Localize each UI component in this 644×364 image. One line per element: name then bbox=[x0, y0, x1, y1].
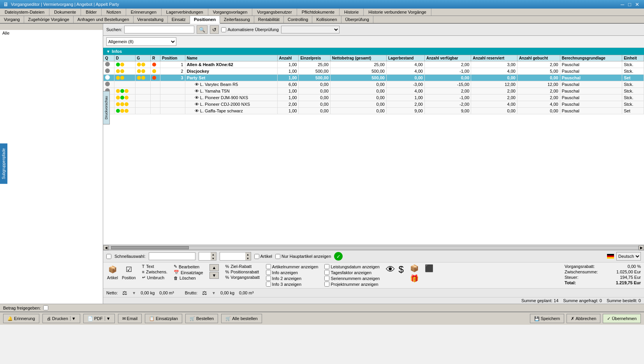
menu-historie[interactable]: Historie bbox=[340, 9, 364, 16]
artikel-checkbox[interactable] bbox=[254, 254, 259, 259]
tab-veranstaltung[interactable]: Veranstaltung bbox=[134, 16, 168, 23]
th-einheit[interactable]: Einheit bbox=[622, 55, 644, 61]
th-berechnung[interactable]: Berechnungsgrundlage bbox=[560, 55, 622, 61]
auto-dropdown[interactable] bbox=[281, 26, 340, 33]
menu-vorgangsbenutzer[interactable]: Vorgangsbenutzer bbox=[252, 9, 297, 16]
tab-vorgang[interactable]: Vorgang bbox=[0, 16, 24, 23]
scroll-right-arrow[interactable]: ▶ bbox=[639, 245, 644, 250]
tab-controlling[interactable]: Controlling bbox=[284, 16, 313, 23]
pdf-dropdown-icon[interactable]: ▼ bbox=[105, 316, 111, 321]
schnell-input[interactable] bbox=[149, 252, 195, 260]
table-row[interactable]: 👁 L. Gaffa-Tape schwarz 1,00 0,00 0,00 9… bbox=[104, 108, 644, 114]
info3-check[interactable]: Info 3 anzeigen bbox=[266, 282, 318, 287]
betrag-checkbox[interactable] bbox=[43, 305, 48, 310]
factor-input[interactable]: 1,00000 bbox=[220, 252, 245, 260]
th-q[interactable]: Q bbox=[104, 55, 114, 61]
schnell-checkbox[interactable] bbox=[106, 254, 111, 259]
cube-icon[interactable]: ⬛ bbox=[425, 264, 433, 273]
menu-notizen[interactable]: Notizen bbox=[102, 9, 126, 16]
maximize-button[interactable]: □ bbox=[626, 2, 633, 7]
ziel-rabatt-item[interactable]: % Ziel-Rabatt bbox=[225, 264, 259, 269]
tab-zugehoerige[interactable]: Zugehörige Vorgänge bbox=[24, 16, 74, 23]
table-row[interactable]: 👁 L. Pioneer CDJ-2000 NXS 2,00 0,00 0,00… bbox=[104, 101, 644, 108]
loeschen-item[interactable]: 🗑 Löschen bbox=[174, 276, 203, 280]
table-scroll[interactable]: Q D G R Position Name Anzahl Einzelpreis… bbox=[103, 55, 644, 148]
table-row[interactable]: 👁 L. Varytec Beam R5 6,00 0,00 0,00 -3,0… bbox=[104, 81, 644, 88]
abbrechen-button[interactable]: ✗ Abbrechen bbox=[567, 314, 600, 323]
th-g[interactable]: G bbox=[135, 55, 150, 61]
table-row[interactable]: 👁 L. Yamaha T5N 1,00 0,00 0,00 4,00 2,00… bbox=[104, 88, 644, 94]
subgruppen-tab[interactable]: Subgruppenpfade bbox=[0, 144, 7, 184]
scrollbar-track[interactable] bbox=[109, 246, 639, 250]
speichern-button[interactable]: 💾 Speichern bbox=[530, 314, 565, 323]
reset-search-button[interactable]: ↺ bbox=[210, 25, 219, 34]
factor-down[interactable]: ▼ bbox=[245, 256, 251, 260]
menu-dokumente[interactable]: Dokumente bbox=[49, 9, 81, 16]
search-button[interactable]: 🔍 bbox=[197, 25, 208, 34]
info2-check[interactable]: Info 2 anzeigen bbox=[266, 276, 318, 281]
einsatztage-item[interactable]: 📅 Einsatztage bbox=[174, 270, 203, 275]
table-row[interactable]: 👁 L. Pioneer DJM-900 NXS 1,00 0,00 0,00 … bbox=[104, 94, 644, 101]
minimize-button[interactable]: ─ bbox=[619, 2, 626, 7]
drucken-button[interactable]: 🖨 Drucken ▼ bbox=[42, 314, 80, 323]
tagesfaktor-check[interactable]: Tagesfaktor anzeigen bbox=[324, 270, 380, 275]
zwischens-item[interactable]: ≡ Zwischens. bbox=[142, 270, 167, 274]
expand-icon[interactable]: ▼ bbox=[106, 49, 110, 54]
positionsrabatt-item[interactable]: % Positionsrabatt bbox=[225, 270, 259, 274]
th-verfuegbar[interactable]: Anzahl verfügbar bbox=[425, 55, 471, 61]
box-icon[interactable]: 📦 bbox=[410, 264, 419, 273]
tab-ueberpruefung[interactable]: Überprüfung bbox=[341, 16, 373, 23]
seriennummern-check[interactable]: Seriennummern anzeigen bbox=[324, 276, 380, 281]
umbruch-item[interactable]: ↵ Umbruch bbox=[142, 275, 167, 280]
pdf-button[interactable]: 📄 PDF ▼ bbox=[83, 314, 115, 323]
confirm-icon[interactable]: ✓ bbox=[334, 252, 343, 261]
th-lager[interactable]: Lagerbestand bbox=[386, 55, 424, 61]
tab-positionen[interactable]: Positionen bbox=[190, 16, 220, 24]
auto-check-input[interactable] bbox=[221, 27, 226, 32]
th-reserviert[interactable]: Anzahl reserviert bbox=[471, 55, 517, 61]
artikel-icon[interactable]: 📦 bbox=[106, 264, 119, 275]
vorgangsrabatt-item[interactable]: % Vorgangsrabatt bbox=[225, 275, 259, 280]
bearbeiten-item[interactable]: ✎ Bearbeiten bbox=[174, 264, 203, 269]
spinner-input[interactable]: 1 bbox=[199, 252, 211, 260]
scroll-left-arrow[interactable]: ◀ bbox=[103, 245, 109, 250]
horizontal-scrollbar[interactable]: ◀ ▶ bbox=[103, 245, 644, 250]
alle-bestellen-button[interactable]: 🛒 Alle bestellen bbox=[221, 314, 262, 323]
close-button[interactable]: ✕ bbox=[633, 2, 641, 7]
move-up-button[interactable]: ▲ bbox=[209, 264, 219, 271]
erinnerung-button[interactable]: 🔔 Erinnerung bbox=[3, 314, 39, 323]
spinner-down[interactable]: ▼ bbox=[211, 256, 216, 260]
email-button[interactable]: ✉ Email bbox=[118, 314, 142, 323]
table-row[interactable]: 1 Allen & Heath XOne:62 1,00 25,00 25,00… bbox=[104, 61, 644, 68]
scrollbar-thumb[interactable] bbox=[111, 246, 189, 249]
th-r[interactable]: R bbox=[151, 55, 160, 61]
spinner-up[interactable]: ▲ bbox=[211, 252, 216, 256]
th-anzahl[interactable]: Anzahl bbox=[277, 55, 299, 61]
auto-check-label[interactable]: Automatisiere Überprüfung bbox=[221, 27, 278, 32]
category-dropdown[interactable]: Allgemein (8) bbox=[106, 37, 176, 46]
leistungsdatum-check[interactable]: Leistungsdatum anzeigen bbox=[324, 264, 380, 269]
druckvorschau-tab[interactable]: Druckvorschau bbox=[103, 91, 110, 124]
tab-einsatz[interactable]: Einsatz bbox=[168, 16, 190, 23]
table-row[interactable]: 2 Discjockey 1,00 500,00 500,00 4,00 -1,… bbox=[104, 68, 644, 75]
menu-historie-verbunden[interactable]: Historie verbundene Vorgänge bbox=[364, 9, 431, 16]
th-d[interactable]: D bbox=[114, 55, 135, 61]
projektnummer-check[interactable]: Projektnummer anzeigen bbox=[324, 282, 380, 287]
info-check[interactable]: Info anzeigen bbox=[266, 270, 318, 275]
text-item[interactable]: T Text bbox=[142, 264, 167, 269]
hauptartikel-checkbox[interactable] bbox=[275, 254, 280, 259]
factor-up[interactable]: ▲ bbox=[245, 252, 251, 256]
artikel-check-label[interactable]: Artikel bbox=[254, 254, 273, 259]
hauptartikel-check-label[interactable]: Nur Hauptartikel anzeigen bbox=[275, 254, 331, 259]
tab-zeiterfassung[interactable]: Zeiterfassung bbox=[220, 16, 254, 23]
th-position[interactable]: Position bbox=[160, 55, 185, 61]
tab-kollisionen[interactable]: Kollisionen bbox=[312, 16, 341, 23]
menu-pflichtdokumente[interactable]: Pflichtdokumente bbox=[297, 9, 340, 16]
move-down-button[interactable]: ▼ bbox=[209, 272, 219, 279]
search-input[interactable] bbox=[124, 26, 194, 33]
box2-icon[interactable]: 🎁 bbox=[410, 274, 419, 283]
uebernehmen-button[interactable]: ✓ Übernehmen bbox=[603, 314, 641, 323]
eye-big-icon[interactable]: 👁 bbox=[386, 264, 395, 275]
menu-vorgangsvorlagen[interactable]: Vorgangsvorlagen bbox=[208, 9, 253, 16]
language-select[interactable]: Deutsch bbox=[616, 252, 641, 261]
